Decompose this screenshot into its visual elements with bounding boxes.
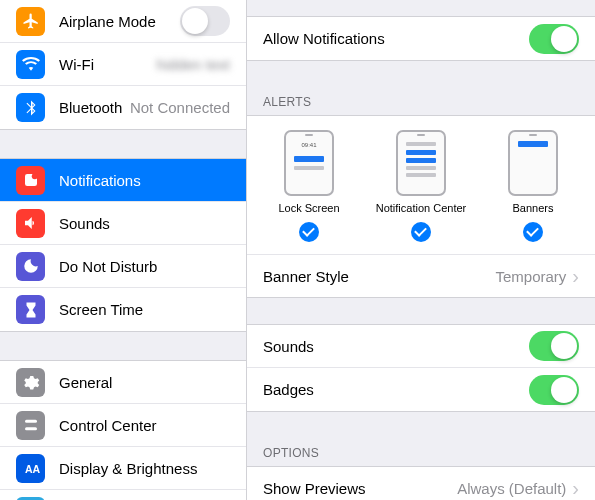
label: Badges [263, 381, 529, 398]
value: Always (Default) [457, 480, 566, 497]
wifi-icon [16, 50, 45, 79]
badges-row[interactable]: Badges [247, 368, 595, 411]
alert-type-banners[interactable]: Banners [483, 130, 583, 254]
svg-rect-2 [25, 420, 37, 423]
label: Display & Brightness [59, 460, 230, 477]
bluetooth-icon [16, 93, 45, 122]
switches-icon [16, 411, 45, 440]
sidebar-item-sounds[interactable]: Sounds [0, 202, 246, 245]
chevron-right-icon: › [572, 477, 579, 500]
sidebar-item-bluetooth[interactable]: Bluetooth Not Connected [0, 86, 246, 129]
alert-type-lock-screen[interactable]: 09:41 Lock Screen [259, 130, 359, 254]
svg-point-1 [31, 173, 37, 179]
speaker-icon [16, 209, 45, 238]
bell-icon [16, 166, 45, 195]
label: Wi-Fi [59, 56, 157, 73]
allow-notifications-row[interactable]: Allow Notifications [247, 17, 595, 60]
label: Show Previews [263, 480, 457, 497]
sidebar-item-airplane-mode[interactable]: Airplane Mode [0, 0, 246, 43]
bluetooth-value: Not Connected [130, 99, 230, 116]
check-icon [299, 222, 319, 242]
label: Bluetooth [59, 99, 130, 116]
sidebar-item-screen-time[interactable]: Screen Time [0, 288, 246, 331]
sidebar-item-general[interactable]: General [0, 361, 246, 404]
label: Sounds [263, 338, 529, 355]
sounds-row[interactable]: Sounds [247, 325, 595, 368]
sidebar-item-do-not-disturb[interactable]: Do Not Disturb [0, 245, 246, 288]
check-icon [411, 222, 431, 242]
notification-center-preview [396, 130, 446, 196]
svg-rect-3 [25, 427, 37, 430]
label: Lock Screen [278, 202, 339, 214]
sidebar-item-control-center[interactable]: Control Center [0, 404, 246, 447]
label: Screen Time [59, 301, 230, 318]
label: Sounds [59, 215, 230, 232]
banner-style-row[interactable]: Banner Style Temporary › [247, 254, 595, 297]
label: General [59, 374, 230, 391]
label: Airplane Mode [59, 13, 180, 30]
value: Temporary [495, 268, 566, 285]
airplane-toggle[interactable] [180, 6, 230, 36]
sidebar-item-display-brightness[interactable]: AA Display & Brightness [0, 447, 246, 490]
wifi-value: hidden text [157, 56, 230, 73]
hourglass-icon [16, 295, 45, 324]
lock-screen-preview: 09:41 [284, 130, 334, 196]
label: Allow Notifications [263, 30, 529, 47]
show-previews-row[interactable]: Show Previews Always (Default) › [247, 467, 595, 500]
sounds-toggle[interactable] [529, 331, 579, 361]
sidebar-item-wallpaper[interactable]: Wallpaper [0, 490, 246, 500]
sidebar-item-notifications[interactable]: Notifications [0, 159, 246, 202]
main-panel[interactable]: Allow Notifications Alerts 09:41 Lock Sc… [247, 0, 595, 500]
airplane-icon [16, 7, 45, 36]
label: Notifications [59, 172, 230, 189]
check-icon [523, 222, 543, 242]
badges-toggle[interactable] [529, 375, 579, 405]
alerts-panel: 09:41 Lock Screen Notification Center [247, 115, 595, 298]
sidebar-item-wifi[interactable]: Wi-Fi hidden text [0, 43, 246, 86]
label: Banners [513, 202, 554, 214]
alerts-header: Alerts [247, 89, 595, 115]
banners-preview [508, 130, 558, 196]
flower-icon [16, 497, 45, 501]
gear-icon [16, 368, 45, 397]
chevron-right-icon: › [572, 265, 579, 288]
svg-text:AA: AA [25, 463, 40, 475]
label: Control Center [59, 417, 230, 434]
brightness-icon: AA [16, 454, 45, 483]
allow-notifications-toggle[interactable] [529, 24, 579, 54]
label: Do Not Disturb [59, 258, 230, 275]
moon-icon [16, 252, 45, 281]
options-header: Options [247, 440, 595, 466]
alert-type-notification-center[interactable]: Notification Center [371, 130, 471, 254]
label: Banner Style [263, 268, 495, 285]
settings-sidebar[interactable]: Airplane Mode Wi-Fi hidden text Bluetoot… [0, 0, 247, 500]
label: Notification Center [376, 202, 467, 214]
